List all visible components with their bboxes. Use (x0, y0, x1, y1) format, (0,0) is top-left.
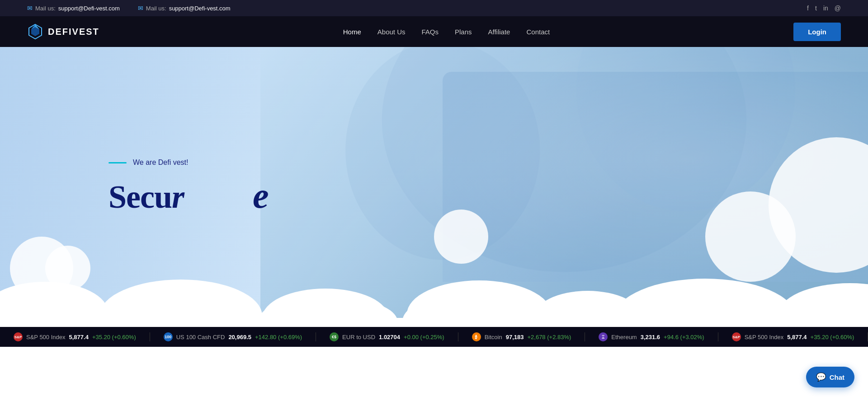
top-bar: ✉ Mail us: support@Defi-vest.com ✉ Mail … (0, 0, 868, 16)
twitter-icon[interactable]: t (815, 5, 817, 12)
logo-text: DEFIVEST (48, 27, 99, 37)
hero-section: We are Defi vest! Secu r e (0, 47, 868, 327)
hero-content: We are Defi vest! Secu r e (108, 159, 269, 215)
ticker-value: 5,877.4 (69, 334, 89, 340)
ticker-name: Bitcoin (485, 334, 502, 340)
ticker-change: +35.20 (+0.60%) (811, 334, 854, 340)
hero-title: Secu r e (108, 176, 269, 215)
ticker-change: +94.6 (+3.02%) (664, 334, 704, 340)
hero-title-text: Secu (108, 179, 172, 215)
logo[interactable]: DEFIVEST (27, 23, 99, 40)
ticker-item: Ξ Ethereum 3,231.6 +94.6 (+3.02%) (585, 332, 718, 341)
nav-links: Home About Us FAQs Plans Affiliate Conta… (343, 26, 550, 37)
ticker-item: 100 US 100 Cash CFD 20,969.5 +142.80 (+0… (150, 332, 316, 341)
mail-icon-1: ✉ (27, 5, 33, 12)
hero-title-space (184, 179, 253, 215)
ticker-value: 5,877.4 (787, 334, 807, 340)
nav-home[interactable]: Home (343, 26, 361, 37)
mail-address-2: support@Defi-vest.com (169, 5, 231, 12)
ticker-value: 20,969.5 (228, 334, 251, 340)
navbar: DEFIVEST Home About Us FAQs Plans Affili… (0, 16, 868, 47)
ticker-change: +142.80 (+0.69%) (255, 334, 302, 340)
mail-icon-2: ✉ (138, 5, 143, 12)
hero-title-anim-e: e (253, 176, 269, 215)
social-links: f t in @ (807, 5, 841, 12)
circle-deco-4 (705, 191, 796, 282)
ticker-item: S&P S&P 500 Index 5,877.4 +35.20 (+0.60%… (0, 332, 150, 341)
ticker-change: +35.20 (+0.60%) (92, 334, 136, 340)
ticker-item: ₿ Bitcoin 97,183 +2,678 (+2.83%) (458, 332, 585, 341)
circle-deco-2 (45, 246, 90, 291)
ticker-name: US 100 Cash CFD (176, 334, 225, 340)
mail-label-2: Mail us: (146, 5, 166, 12)
ticker-name: S&P 500 Index (745, 334, 784, 340)
login-button[interactable]: Login (793, 23, 841, 41)
ticker-change: +0.00 (+0.25%) (404, 334, 444, 340)
tagline-line (108, 162, 127, 163)
circle-deco-5 (434, 210, 488, 264)
ticker-item: S&P S&P 500 Index 5,877.4 +35.20 (+0.60%… (718, 332, 868, 341)
ticker-value: 1.02704 (379, 334, 400, 340)
ticker-name: S&P 500 Index (26, 334, 66, 340)
ticker-icon: 100 (164, 332, 173, 341)
hero-title-anim-r: r (172, 179, 184, 215)
linkedin-icon[interactable]: in (823, 5, 828, 12)
ticker-item: €$ EUR to USD 1.02704 +0.00 (+0.25%) (316, 332, 458, 341)
ticker-change: +2,678 (+2.83%) (527, 334, 571, 340)
mail-label-1: Mail us: (35, 5, 56, 12)
mail-address-1: support@Defi-vest.com (58, 5, 120, 12)
ticker-value: 3,231.6 (641, 334, 660, 340)
mail-contact-2[interactable]: ✉ Mail us: support@Defi-vest.com (138, 5, 231, 12)
ticker-bar: S&P S&P 500 Index 5,877.4 +35.20 (+0.60%… (0, 327, 868, 347)
nav-plans[interactable]: Plans (455, 26, 472, 37)
logo-icon (27, 23, 43, 40)
ticker-icon: ₿ (472, 332, 481, 341)
ticker-icon: Ξ (599, 332, 608, 341)
instagram-icon[interactable]: @ (835, 5, 841, 12)
ticker-value: 97,183 (506, 334, 524, 340)
ticker-icon: €$ (330, 332, 339, 341)
ticker-content: S&P S&P 500 Index 5,877.4 +35.20 (+0.60%… (0, 332, 868, 341)
tagline-text: We are Defi vest! (133, 159, 188, 167)
ticker-name: EUR to USD (342, 334, 375, 340)
nav-faqs[interactable]: FAQs (422, 26, 439, 37)
hero-tagline: We are Defi vest! (108, 159, 269, 167)
ticker-name: Ethereum (611, 334, 637, 340)
nav-about[interactable]: About Us (377, 26, 406, 37)
facebook-icon[interactable]: f (807, 5, 809, 12)
nav-affiliate[interactable]: Affiliate (488, 26, 510, 37)
mail-contact-1[interactable]: ✉ Mail us: support@Defi-vest.com (27, 5, 120, 12)
ticker-icon: S&P (14, 332, 23, 341)
nav-contact[interactable]: Contact (526, 26, 550, 37)
top-bar-left: ✉ Mail us: support@Defi-vest.com ✉ Mail … (27, 5, 231, 12)
ticker-icon: S&P (732, 332, 741, 341)
